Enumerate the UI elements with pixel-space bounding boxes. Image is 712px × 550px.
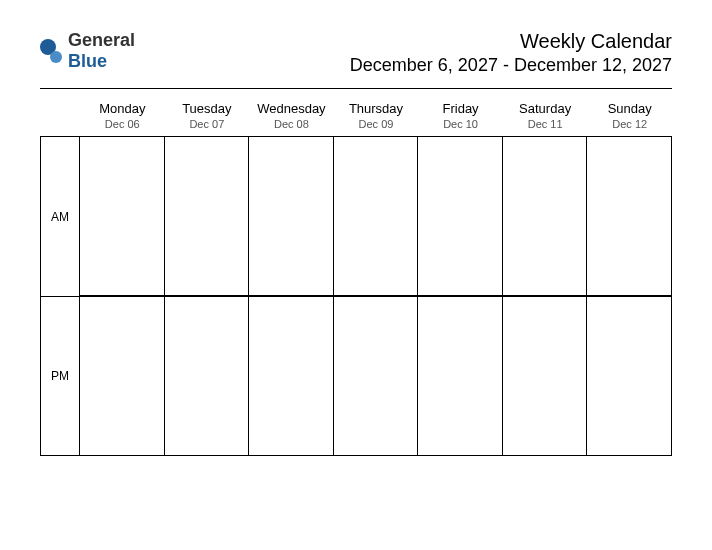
day-name: Saturday: [503, 101, 588, 116]
calendar-cell: [503, 136, 588, 296]
day-name: Wednesday: [249, 101, 334, 116]
day-header-sunday: Sunday Dec 12: [587, 95, 672, 136]
date-range: December 6, 2027 - December 12, 2027: [350, 55, 672, 76]
calendar-cell: [334, 296, 419, 456]
day-header-wednesday: Wednesday Dec 08: [249, 95, 334, 136]
calendar-cell: [165, 136, 250, 296]
calendar-cell: [418, 136, 503, 296]
calendar-cell: [165, 296, 250, 456]
calendar-cell: [249, 136, 334, 296]
calendar-cell: [334, 136, 419, 296]
day-name: Thursday: [334, 101, 419, 116]
calendar-cell: [503, 296, 588, 456]
day-date: Dec 07: [165, 118, 250, 130]
day-date: Dec 06: [80, 118, 165, 130]
calendar-cell: [80, 296, 165, 456]
calendar-grid: Monday Dec 06 Tuesday Dec 07 Wednesday D…: [40, 95, 672, 456]
day-name: Monday: [80, 101, 165, 116]
period-am: AM: [40, 136, 80, 296]
day-date: Dec 08: [249, 118, 334, 130]
day-name: Friday: [418, 101, 503, 116]
day-date: Dec 11: [503, 118, 588, 130]
calendar-cell: [80, 136, 165, 296]
day-header-thursday: Thursday Dec 09: [334, 95, 419, 136]
day-header-tuesday: Tuesday Dec 07: [165, 95, 250, 136]
day-header-friday: Friday Dec 10: [418, 95, 503, 136]
day-date: Dec 10: [418, 118, 503, 130]
day-name: Sunday: [587, 101, 672, 116]
day-date: Dec 12: [587, 118, 672, 130]
day-date: Dec 09: [334, 118, 419, 130]
calendar-cell: [587, 136, 672, 296]
logo: General Blue: [40, 30, 135, 72]
corner-cell: [40, 95, 80, 136]
logo-text-general: General: [68, 30, 135, 50]
logo-text-blue: Blue: [68, 51, 107, 71]
day-name: Tuesday: [165, 101, 250, 116]
divider: [40, 88, 672, 89]
day-header-saturday: Saturday Dec 11: [503, 95, 588, 136]
day-header-monday: Monday Dec 06: [80, 95, 165, 136]
page-title: Weekly Calendar: [350, 30, 672, 53]
calendar-cell: [418, 296, 503, 456]
period-pm: PM: [40, 296, 80, 456]
logo-icon: [40, 39, 64, 63]
calendar-cell: [249, 296, 334, 456]
calendar-cell: [587, 296, 672, 456]
